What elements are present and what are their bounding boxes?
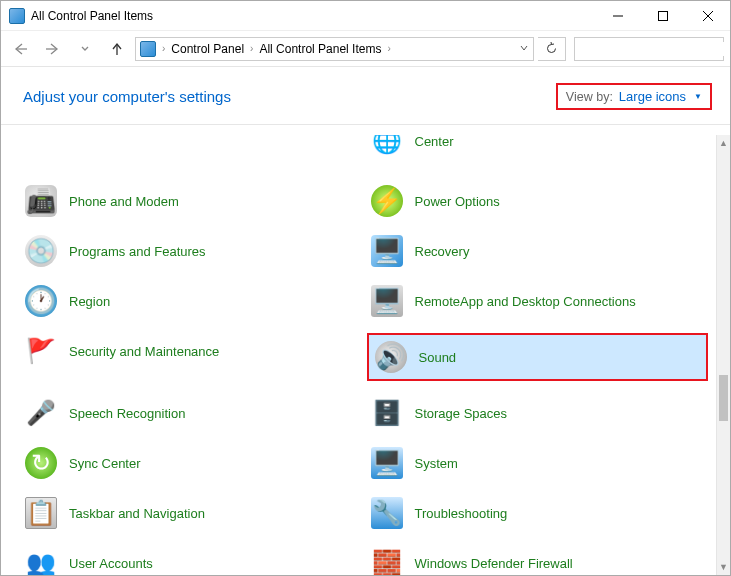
chevron-right-icon[interactable]: › xyxy=(160,43,167,54)
item-label: Sound xyxy=(419,350,457,365)
up-button[interactable] xyxy=(103,35,131,63)
control-panel-icon xyxy=(9,8,25,24)
security-icon: 🚩 xyxy=(25,335,57,367)
item-label: User Accounts xyxy=(69,556,153,571)
refresh-button[interactable] xyxy=(538,37,566,61)
scroll-down-button[interactable]: ▼ xyxy=(717,559,730,575)
items-grid: 🌐 Center 📠 Phone and Modem ⚡ Power Optio… xyxy=(1,135,716,575)
item-label: RemoteApp and Desktop Connections xyxy=(415,294,636,309)
remoteapp-icon: 🖥️ xyxy=(371,285,403,317)
address-dropdown[interactable] xyxy=(519,42,529,56)
item-label: Phone and Modem xyxy=(69,194,179,209)
programs-icon: 💿 xyxy=(25,235,57,267)
item-phone-modem[interactable]: 📠 Phone and Modem xyxy=(21,183,363,219)
power-icon: ⚡ xyxy=(371,185,403,217)
item-power-options[interactable]: ⚡ Power Options xyxy=(367,183,709,219)
svg-rect-1 xyxy=(658,11,667,20)
breadcrumb-1[interactable]: Control Panel xyxy=(171,42,244,56)
item-sync-center[interactable]: ↻ Sync Center xyxy=(21,445,363,481)
item-label: Windows Defender Firewall xyxy=(415,556,573,571)
item-security-maintenance[interactable]: 🚩 Security and Maintenance xyxy=(21,333,363,369)
item-storage-spaces[interactable]: 🗄️ Storage Spaces xyxy=(367,395,709,431)
item-center[interactable]: 🌐 Center xyxy=(367,135,709,159)
address-icon xyxy=(140,41,156,57)
troubleshooting-icon: 🔧 xyxy=(371,497,403,529)
sound-icon: 🔊 xyxy=(375,341,407,373)
address-bar[interactable]: › Control Panel › All Control Panel Item… xyxy=(135,37,534,61)
item-windows-defender-firewall[interactable]: 🧱 Windows Defender Firewall xyxy=(367,545,709,575)
titlebar: All Control Panel Items xyxy=(1,1,730,31)
system-icon: 🖥️ xyxy=(371,447,403,479)
item-label: Troubleshooting xyxy=(415,506,508,521)
breadcrumb-2[interactable]: All Control Panel Items xyxy=(259,42,381,56)
taskbar-icon: 📋 xyxy=(25,497,57,529)
forward-button[interactable] xyxy=(39,35,67,63)
chevron-right-icon[interactable]: › xyxy=(385,43,392,54)
storage-icon: 🗄️ xyxy=(371,397,403,429)
window-buttons xyxy=(595,1,730,30)
page-header: Adjust your computer's settings View by:… xyxy=(1,67,730,125)
scroll-up-button[interactable]: ▲ xyxy=(717,135,730,151)
item-region[interactable]: 🕐 Region xyxy=(21,283,363,319)
item-user-accounts[interactable]: 👥 User Accounts xyxy=(21,545,363,575)
item-label: Center xyxy=(415,135,454,149)
item-sound[interactable]: 🔊 Sound xyxy=(367,333,709,381)
firewall-icon: 🧱 xyxy=(371,547,403,575)
minimize-button[interactable] xyxy=(595,1,640,30)
window-title: All Control Panel Items xyxy=(31,9,153,23)
item-taskbar-navigation[interactable]: 📋 Taskbar and Navigation xyxy=(21,495,363,531)
search-input[interactable] xyxy=(581,42,731,56)
recovery-icon: 🖥️ xyxy=(371,235,403,267)
item-label: Region xyxy=(69,294,110,309)
scroll-thumb[interactable] xyxy=(719,375,728,421)
item-label: Sync Center xyxy=(69,456,141,471)
view-by-value[interactable]: Large icons xyxy=(619,89,686,104)
view-by-control[interactable]: View by: Large icons ▼ xyxy=(556,83,712,110)
search-box[interactable] xyxy=(574,37,724,61)
center-icon: 🌐 xyxy=(371,135,403,157)
maximize-button[interactable] xyxy=(640,1,685,30)
item-label: Speech Recognition xyxy=(69,406,185,421)
region-icon: 🕐 xyxy=(25,285,57,317)
vertical-scrollbar[interactable]: ▲ ▼ xyxy=(716,135,730,575)
item-system[interactable]: 🖥️ System xyxy=(367,445,709,481)
chevron-down-icon[interactable]: ▼ xyxy=(694,92,702,101)
speech-icon: 🎤 xyxy=(25,397,57,429)
item-programs-features[interactable]: 💿 Programs and Features xyxy=(21,233,363,269)
close-button[interactable] xyxy=(685,1,730,30)
item-label: Power Options xyxy=(415,194,500,209)
recent-dropdown[interactable] xyxy=(71,35,99,63)
users-icon: 👥 xyxy=(25,547,57,575)
item-speech-recognition[interactable]: 🎤 Speech Recognition xyxy=(21,395,363,431)
item-label: Taskbar and Navigation xyxy=(69,506,205,521)
content-area: 🌐 Center 📠 Phone and Modem ⚡ Power Optio… xyxy=(1,135,716,575)
item-label: Storage Spaces xyxy=(415,406,508,421)
page-title: Adjust your computer's settings xyxy=(23,88,231,105)
item-remoteapp[interactable]: 🖥️ RemoteApp and Desktop Connections xyxy=(367,283,709,319)
back-button[interactable] xyxy=(7,35,35,63)
item-troubleshooting[interactable]: 🔧 Troubleshooting xyxy=(367,495,709,531)
item-recovery[interactable]: 🖥️ Recovery xyxy=(367,233,709,269)
item-label: System xyxy=(415,456,458,471)
item-label: Recovery xyxy=(415,244,470,259)
chevron-right-icon[interactable]: › xyxy=(248,43,255,54)
item-label: Programs and Features xyxy=(69,244,206,259)
sync-icon: ↻ xyxy=(25,447,57,479)
phone-icon: 📠 xyxy=(25,185,57,217)
view-by-label: View by: xyxy=(566,90,613,104)
navigation-toolbar: › Control Panel › All Control Panel Item… xyxy=(1,31,730,67)
item-label: Security and Maintenance xyxy=(69,344,219,359)
